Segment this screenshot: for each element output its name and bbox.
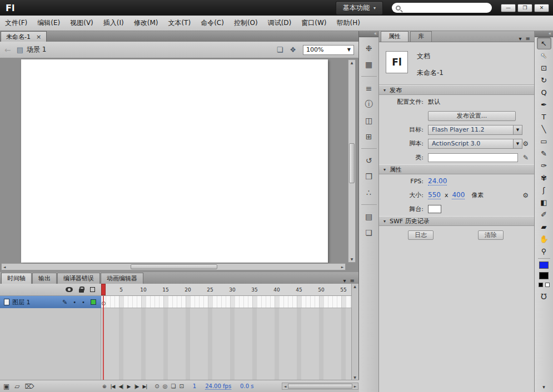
search-box[interactable] <box>392 3 492 13</box>
edit-symbols-icon[interactable]: ❖ <box>290 46 296 54</box>
layer-frames-row[interactable] <box>101 296 351 308</box>
modify-markers-button[interactable]: ⊡ <box>179 383 183 389</box>
menu-item-window[interactable]: 窗口(W) <box>296 16 331 31</box>
script-settings-wrench-icon[interactable]: ⚙ <box>522 140 529 148</box>
subselection-tool[interactable]: ↖ <box>537 49 551 62</box>
edit-multiple-frames-button[interactable]: ❏ <box>171 383 176 389</box>
menu-item-commands[interactable]: 命令(C) <box>196 16 229 31</box>
eraser-tool[interactable]: ▰ <box>537 220 551 233</box>
timeline-vertical-scrollbar[interactable]: ▲ ▼ <box>351 284 358 380</box>
panel-menu-icon[interactable]: ≡ <box>526 36 530 42</box>
vertical-scroll-thumb[interactable] <box>349 143 355 183</box>
panel-menu-icon[interactable]: ≡ <box>350 278 355 284</box>
tab-compiler-errors[interactable]: 编译器错误 <box>57 273 100 284</box>
show-hide-layers-eye-icon[interactable] <box>66 287 73 292</box>
scroll-up-arrow-icon[interactable]: ▲ <box>352 284 358 288</box>
delete-layer-button[interactable]: ⌦ <box>25 383 34 390</box>
menu-item-insert[interactable]: 插入(I) <box>98 16 129 31</box>
section-collapse-triangle-icon[interactable]: ▾ <box>383 88 386 93</box>
combo-arrow-icon[interactable]: ▼ <box>513 125 522 134</box>
new-folder-button[interactable]: ▱ <box>14 383 19 390</box>
step-back-button[interactable]: ◀| <box>118 384 124 389</box>
maximize-button[interactable]: ❐ <box>517 4 532 12</box>
layer-row-selected[interactable]: 图层 1 ✎ • • <box>0 296 101 308</box>
menu-item-text[interactable]: 文本(T) <box>163 16 196 31</box>
pencil-tool[interactable]: ✎ <box>537 147 551 159</box>
go-to-first-frame-button[interactable]: |◀ <box>109 384 116 389</box>
stage-height-value[interactable]: 400 <box>452 191 465 199</box>
rectangle-tool[interactable]: ▭ <box>537 135 551 147</box>
tab-output[interactable]: 输出 <box>32 273 57 284</box>
tab-motion-editor[interactable]: 动画编辑器 <box>101 273 143 284</box>
minimize-button[interactable]: — <box>501 4 516 12</box>
swatches-panel-icon[interactable]: ▦ <box>362 58 376 71</box>
log-button[interactable]: 日志 <box>408 230 434 240</box>
panel-collapse-arrow-icon[interactable]: ▾ <box>519 36 522 42</box>
class-edit-pencil-icon[interactable]: ✎ <box>523 154 529 162</box>
paint-bucket-tool[interactable]: ◧ <box>537 196 551 208</box>
hand-tool[interactable]: ✋ <box>537 233 551 245</box>
3d-rotation-tool[interactable]: ↻ <box>537 74 551 86</box>
publish-settings-button[interactable]: 发布设置... <box>428 111 516 121</box>
deco-tool[interactable]: ✾ <box>537 172 551 184</box>
layers-empty-area[interactable] <box>0 308 101 380</box>
menu-item-control[interactable]: 控制(O) <box>229 16 263 31</box>
section-collapse-triangle-icon[interactable]: ▾ <box>383 219 386 224</box>
play-button[interactable]: ▶ <box>126 384 131 389</box>
tab-library[interactable]: 库 <box>410 31 432 42</box>
free-transform-tool[interactable]: ⊡ <box>537 62 551 74</box>
motion-presets-panel-icon[interactable]: ∴ <box>362 187 376 199</box>
clipboard-panel-icon[interactable]: ❏ <box>362 227 376 239</box>
stage-color-swatch[interactable] <box>428 205 441 213</box>
history-panel-icon[interactable]: ↺ <box>362 154 376 167</box>
zoom-tool[interactable]: ⚲ <box>537 245 551 257</box>
line-tool[interactable]: ╲ <box>537 123 551 135</box>
combo-arrow-icon[interactable]: ▼ <box>513 139 522 148</box>
document-name-value[interactable]: 未命名-1 <box>417 68 444 78</box>
layer-lock-dot[interactable]: • <box>82 299 85 305</box>
panel-collapse-arrow-icon[interactable]: ▾ <box>343 278 346 284</box>
workspace-switcher[interactable]: 基本功能 ▾ <box>336 1 383 15</box>
center-frame-button[interactable]: ⊕ <box>101 384 107 389</box>
fps-value[interactable]: 24.00 <box>428 177 447 185</box>
scroll-down-arrow-icon[interactable]: ▼ <box>352 375 358 379</box>
scroll-left-arrow-icon[interactable]: ◄ <box>2 264 7 270</box>
menu-item-file[interactable]: 文件(F) <box>0 16 32 31</box>
size-settings-wrench-icon[interactable]: ⚙ <box>522 192 529 199</box>
frame-ruler[interactable]: 5 10 15 20 25 30 35 40 45 50 55 <box>101 284 351 296</box>
pen-tool[interactable]: ✒ <box>537 98 551 110</box>
timeline-scroll-thumb[interactable] <box>288 384 352 389</box>
timeline-horizontal-scrollbar[interactable]: ◄ ► <box>282 383 358 390</box>
horizontal-scroll-thumb[interactable] <box>131 264 217 269</box>
selection-tool[interactable]: ↖ <box>537 37 551 49</box>
dock-expand-button[interactable]: « <box>359 31 378 37</box>
layer-outline-color-swatch[interactable] <box>91 299 96 305</box>
clear-button[interactable]: 清除 <box>478 230 504 240</box>
back-arrow-icon[interactable]: ← <box>4 46 11 54</box>
frame-rate-value[interactable]: 24.00 fps <box>205 383 231 390</box>
step-forward-button[interactable]: |▶ <box>133 384 140 389</box>
playhead-handle[interactable] <box>101 284 106 295</box>
target-combobox[interactable]: Flash Player 11.2 ▼ <box>428 125 522 135</box>
stage-vertical-scrollbar[interactable]: ▲ ▼ <box>348 59 356 263</box>
frames-empty-area[interactable] <box>101 308 351 380</box>
search-input[interactable] <box>403 4 488 11</box>
scroll-left-arrow-icon[interactable]: ◄ <box>282 383 288 389</box>
swap-colors-icon[interactable] <box>545 283 550 287</box>
tab-timeline[interactable]: 时间轴 <box>1 273 32 284</box>
lock-layers-icon[interactable] <box>79 289 84 293</box>
menu-item-edit[interactable]: 编辑(E) <box>32 16 65 31</box>
color-panel-icon[interactable]: ❉ <box>362 42 376 54</box>
text-tool[interactable]: T <box>537 110 551 123</box>
class-input[interactable] <box>428 153 518 162</box>
bone-tool[interactable]: ʃ <box>537 184 551 196</box>
stage-canvas[interactable] <box>21 59 328 263</box>
snap-to-objects-magnet-icon[interactable]: Ω <box>541 292 547 301</box>
stage-width-value[interactable]: 550 <box>428 191 441 199</box>
scroll-right-arrow-icon[interactable]: ► <box>352 383 358 389</box>
section-header-swf-history[interactable]: ▾ SWF 历史记录 <box>379 216 534 226</box>
stage-pasteboard[interactable]: ▲ ▼ ◄ ► <box>0 58 359 272</box>
document-tab[interactable]: 未命名-1 × <box>1 31 47 42</box>
current-frame-value[interactable]: 1 <box>193 383 196 389</box>
elapsed-time-value[interactable]: 0.0 s <box>240 383 253 389</box>
